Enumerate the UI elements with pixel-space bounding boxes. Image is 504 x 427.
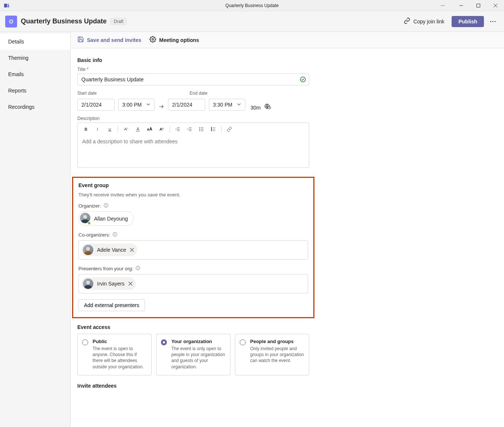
bold-button[interactable]: B bbox=[81, 124, 92, 134]
font-size-button[interactable]: AA bbox=[144, 124, 155, 134]
svg-point-57 bbox=[138, 267, 138, 267]
svg-point-49 bbox=[106, 204, 106, 205]
window-minimize-button[interactable] bbox=[453, 0, 470, 11]
decrease-indent-button[interactable] bbox=[172, 124, 183, 134]
end-time-select[interactable]: 3:30 PM bbox=[209, 99, 245, 111]
svg-point-4 bbox=[442, 5, 443, 6]
add-external-presenters-button[interactable]: Add external presenters bbox=[78, 299, 145, 311]
window-maximize-button[interactable] bbox=[470, 0, 487, 11]
svg-rect-2 bbox=[7, 5, 9, 7]
sidebar-item-emails[interactable]: Emails bbox=[0, 66, 70, 82]
svg-point-3 bbox=[441, 5, 442, 6]
timezone-icon[interactable] bbox=[264, 103, 271, 111]
meeting-options-button[interactable]: Meeting options bbox=[149, 36, 199, 44]
avatar bbox=[83, 278, 93, 289]
remove-person-button[interactable] bbox=[130, 248, 134, 252]
info-icon[interactable] bbox=[103, 203, 109, 209]
svg-text:A: A bbox=[160, 127, 162, 131]
sidebar-item-details[interactable]: Details bbox=[0, 33, 70, 50]
svg-rect-7 bbox=[477, 4, 480, 7]
info-icon[interactable] bbox=[112, 232, 117, 238]
gear-icon bbox=[149, 36, 156, 44]
title-label: Title * bbox=[77, 67, 309, 72]
access-option-desc: The event is only open to people in your… bbox=[171, 346, 226, 370]
invite-attendees-heading: Invite attendees bbox=[77, 383, 309, 389]
header-bar: Quarterly Business Update Draft Copy joi… bbox=[0, 11, 504, 32]
event-access-heading: Event access bbox=[77, 324, 309, 330]
svg-point-52 bbox=[115, 233, 115, 234]
clear-formatting-button[interactable]: A bbox=[156, 124, 167, 134]
co-organizers-label: Co-organizers: bbox=[78, 232, 308, 238]
numbered-list-button[interactable]: 123 bbox=[208, 124, 219, 134]
radio-icon bbox=[161, 339, 167, 345]
access-option-public[interactable]: Public The event is open to anyone. Choo… bbox=[77, 334, 152, 375]
presenters-label: Presenters from your org: bbox=[78, 265, 308, 272]
sidebar-item-recordings[interactable]: Recordings bbox=[0, 99, 70, 115]
access-option-title: Your organization bbox=[171, 339, 226, 344]
action-bar: Save and send invites Meeting options bbox=[71, 32, 504, 48]
publish-button[interactable]: Publish bbox=[452, 16, 484, 27]
title-bar: Quarterly Business Update bbox=[0, 0, 504, 11]
info-icon[interactable] bbox=[135, 265, 140, 272]
highlight-button[interactable] bbox=[120, 124, 132, 134]
arrow-right-icon bbox=[158, 104, 164, 111]
sidebar-item-reports[interactable]: Reports bbox=[0, 82, 70, 99]
svg-text:3: 3 bbox=[211, 130, 212, 131]
co-organizers-input[interactable]: Adele Vance bbox=[78, 240, 308, 260]
font-color-button[interactable] bbox=[132, 124, 143, 134]
basic-info-heading: Basic info bbox=[77, 57, 309, 63]
content: Save and send invites Meeting options Ba… bbox=[71, 32, 504, 427]
window-close-button[interactable] bbox=[487, 0, 504, 11]
end-date-input[interactable]: 2/1/2024 bbox=[168, 99, 205, 111]
duration-label: 30m bbox=[249, 105, 261, 111]
copy-join-link-label: Copy join link bbox=[413, 19, 444, 25]
checkmark-circle-icon bbox=[300, 76, 306, 84]
access-option-people-and-groups[interactable]: People and groups Only invited people an… bbox=[235, 334, 309, 375]
svg-point-15 bbox=[300, 77, 306, 82]
bulleted-list-button[interactable] bbox=[196, 124, 207, 134]
sidebar-item-theming[interactable]: Theming bbox=[0, 50, 70, 66]
underline-button[interactable]: U bbox=[104, 124, 116, 134]
presence-available-icon bbox=[87, 221, 91, 225]
insert-link-button[interactable] bbox=[224, 124, 235, 134]
window-more-button[interactable] bbox=[434, 0, 451, 11]
save-and-send-invites-button[interactable]: Save and send invites bbox=[77, 36, 141, 44]
end-date-label: End date bbox=[190, 91, 207, 96]
meeting-icon bbox=[5, 16, 17, 27]
person-name: Irvin Sayers bbox=[97, 281, 125, 287]
window-title: Quarterly Business Update bbox=[0, 3, 504, 8]
person-chip: Adele Vance bbox=[82, 244, 137, 256]
presenters-input[interactable]: Irvin Sayers bbox=[78, 274, 308, 293]
access-option-your-organization[interactable]: Your organization The event is only open… bbox=[156, 334, 230, 375]
svg-text:B: B bbox=[84, 127, 87, 131]
description-textarea[interactable]: Add a description to share with attendee… bbox=[78, 136, 309, 167]
sidebar-item-label: Reports bbox=[8, 88, 26, 94]
access-option-desc: The event is open to anyone. Choose this… bbox=[93, 346, 147, 370]
svg-point-12 bbox=[492, 21, 494, 22]
person-chip: Irvin Sayers bbox=[82, 277, 136, 290]
svg-rect-0 bbox=[4, 4, 7, 7]
person-name: Adele Vance bbox=[97, 247, 126, 253]
draft-badge: Draft bbox=[110, 18, 127, 25]
event-access-options: Public The event is open to anyone. Choo… bbox=[77, 334, 309, 375]
description-editor: B I U AA A 123 Add a description t bbox=[77, 123, 309, 168]
radio-icon bbox=[82, 339, 88, 345]
access-option-title: People and groups bbox=[250, 339, 304, 344]
start-time-select[interactable]: 3:00 PM bbox=[118, 99, 155, 111]
title-input[interactable] bbox=[77, 74, 309, 85]
body: Details Theming Emails Reports Recording… bbox=[0, 32, 504, 427]
save-and-send-invites-label: Save and send invites bbox=[87, 37, 141, 43]
header-more-button[interactable] bbox=[487, 16, 499, 27]
access-option-desc: Only invited people and groups in your o… bbox=[250, 346, 304, 364]
avatar bbox=[83, 245, 93, 255]
start-date-input[interactable]: 2/1/2024 bbox=[77, 99, 114, 111]
italic-button[interactable]: I bbox=[93, 124, 104, 134]
chevron-down-icon bbox=[237, 102, 241, 108]
increase-indent-button[interactable] bbox=[184, 124, 195, 134]
svg-point-36 bbox=[200, 129, 200, 130]
chevron-down-icon bbox=[146, 102, 151, 108]
radio-icon bbox=[240, 339, 246, 345]
copy-join-link-button[interactable]: Copy join link bbox=[400, 15, 448, 27]
remove-person-button[interactable] bbox=[128, 281, 133, 286]
svg-text:U: U bbox=[109, 127, 111, 131]
